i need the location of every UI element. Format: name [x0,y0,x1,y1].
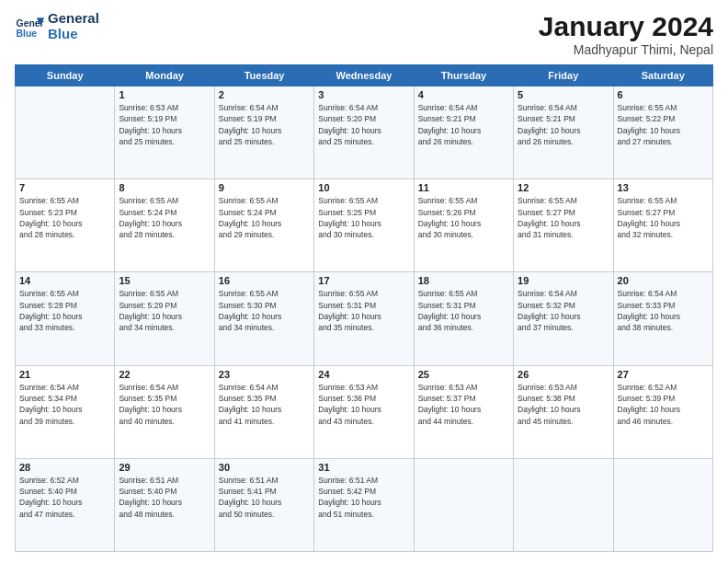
day-info: Sunrise: 6:55 AM Sunset: 5:27 PM Dayligh… [518,195,609,240]
day-cell: 9Sunrise: 6:55 AM Sunset: 5:24 PM Daylig… [214,179,313,272]
day-cell [514,458,613,551]
day-info: Sunrise: 6:55 AM Sunset: 5:22 PM Dayligh… [618,102,709,147]
day-info: Sunrise: 6:53 AM Sunset: 5:36 PM Dayligh… [318,382,409,427]
col-friday: Friday [514,65,613,86]
day-cell [613,458,712,551]
day-number: 16 [219,275,310,286]
day-cell: 26Sunrise: 6:53 AM Sunset: 5:38 PM Dayli… [514,365,613,458]
day-number: 24 [318,369,409,380]
svg-text:Blue: Blue [17,29,38,39]
day-info: Sunrise: 6:55 AM Sunset: 5:29 PM Dayligh… [119,288,210,333]
day-cell: 2Sunrise: 6:54 AM Sunset: 5:19 PM Daylig… [214,86,313,179]
day-cell: 29Sunrise: 6:51 AM Sunset: 5:40 PM Dayli… [115,458,214,551]
day-number: 14 [19,275,110,286]
day-cell: 20Sunrise: 6:54 AM Sunset: 5:33 PM Dayli… [613,272,712,365]
day-info: Sunrise: 6:54 AM Sunset: 5:35 PM Dayligh… [219,382,310,427]
col-thursday: Thursday [414,65,513,86]
day-cell: 14Sunrise: 6:55 AM Sunset: 5:28 PM Dayli… [16,272,115,365]
day-info: Sunrise: 6:52 AM Sunset: 5:40 PM Dayligh… [19,475,110,520]
day-cell: 11Sunrise: 6:55 AM Sunset: 5:26 PM Dayli… [414,179,513,272]
logo: General Blue General Blue [15,11,99,41]
day-info: Sunrise: 6:55 AM Sunset: 5:24 PM Dayligh… [119,195,210,240]
day-info: Sunrise: 6:55 AM Sunset: 5:27 PM Dayligh… [618,195,709,240]
week-row-1: 1Sunrise: 6:53 AM Sunset: 5:19 PM Daylig… [16,86,713,179]
day-cell: 15Sunrise: 6:55 AM Sunset: 5:29 PM Dayli… [115,272,214,365]
day-cell: 23Sunrise: 6:54 AM Sunset: 5:35 PM Dayli… [214,365,313,458]
col-saturday: Saturday [613,65,712,86]
logo-blue: Blue [48,27,99,42]
col-monday: Monday [115,65,214,86]
day-cell: 3Sunrise: 6:54 AM Sunset: 5:20 PM Daylig… [314,86,414,179]
day-number: 11 [418,182,509,193]
day-info: Sunrise: 6:53 AM Sunset: 5:19 PM Dayligh… [119,102,210,147]
day-cell: 25Sunrise: 6:53 AM Sunset: 5:37 PM Dayli… [414,365,513,458]
day-number: 3 [318,89,409,100]
day-number: 13 [618,182,709,193]
day-number: 9 [219,182,310,193]
month-year: January 2024 [539,11,713,42]
day-info: Sunrise: 6:55 AM Sunset: 5:31 PM Dayligh… [418,288,509,333]
day-number: 28 [19,462,110,473]
day-info: Sunrise: 6:51 AM Sunset: 5:41 PM Dayligh… [219,475,310,520]
day-cell: 6Sunrise: 6:55 AM Sunset: 5:22 PM Daylig… [613,86,712,179]
day-cell: 27Sunrise: 6:52 AM Sunset: 5:39 PM Dayli… [613,365,712,458]
day-cell: 13Sunrise: 6:55 AM Sunset: 5:27 PM Dayli… [613,179,712,272]
day-number: 31 [318,462,409,473]
week-row-2: 7Sunrise: 6:55 AM Sunset: 5:23 PM Daylig… [16,179,713,272]
day-cell: 8Sunrise: 6:55 AM Sunset: 5:24 PM Daylig… [115,179,214,272]
day-number: 17 [318,275,409,286]
day-info: Sunrise: 6:54 AM Sunset: 5:32 PM Dayligh… [518,288,609,333]
day-info: Sunrise: 6:54 AM Sunset: 5:33 PM Dayligh… [618,288,709,333]
week-row-3: 14Sunrise: 6:55 AM Sunset: 5:28 PM Dayli… [16,272,713,365]
day-cell: 1Sunrise: 6:53 AM Sunset: 5:19 PM Daylig… [115,86,214,179]
day-number: 1 [119,89,210,100]
day-cell: 28Sunrise: 6:52 AM Sunset: 5:40 PM Dayli… [16,458,115,551]
day-cell: 16Sunrise: 6:55 AM Sunset: 5:30 PM Dayli… [214,272,313,365]
day-cell: 12Sunrise: 6:55 AM Sunset: 5:27 PM Dayli… [514,179,613,272]
day-info: Sunrise: 6:55 AM Sunset: 5:25 PM Dayligh… [318,195,409,240]
day-info: Sunrise: 6:54 AM Sunset: 5:19 PM Dayligh… [219,102,310,147]
day-info: Sunrise: 6:55 AM Sunset: 5:31 PM Dayligh… [318,288,409,333]
day-number: 29 [119,462,210,473]
day-info: Sunrise: 6:54 AM Sunset: 5:35 PM Dayligh… [119,382,210,427]
day-number: 8 [119,182,210,193]
day-info: Sunrise: 6:55 AM Sunset: 5:23 PM Dayligh… [19,195,110,240]
logo-icon: General Blue [15,12,44,41]
day-info: Sunrise: 6:55 AM Sunset: 5:26 PM Dayligh… [418,195,509,240]
day-number: 26 [518,369,609,380]
day-cell: 22Sunrise: 6:54 AM Sunset: 5:35 PM Dayli… [115,365,214,458]
day-info: Sunrise: 6:53 AM Sunset: 5:38 PM Dayligh… [518,382,609,427]
day-number: 7 [19,182,110,193]
day-number: 2 [219,89,310,100]
logo-general: General [48,11,99,27]
day-info: Sunrise: 6:55 AM Sunset: 5:28 PM Dayligh… [19,288,110,333]
col-tuesday: Tuesday [214,65,313,86]
day-cell [414,458,513,551]
day-info: Sunrise: 6:53 AM Sunset: 5:37 PM Dayligh… [418,382,509,427]
day-info: Sunrise: 6:54 AM Sunset: 5:21 PM Dayligh… [418,102,509,147]
day-info: Sunrise: 6:54 AM Sunset: 5:20 PM Dayligh… [318,102,409,147]
day-cell: 5Sunrise: 6:54 AM Sunset: 5:21 PM Daylig… [514,86,613,179]
day-cell: 10Sunrise: 6:55 AM Sunset: 5:25 PM Dayli… [314,179,414,272]
day-number: 15 [119,275,210,286]
header-row: Sunday Monday Tuesday Wednesday Thursday… [16,65,713,86]
day-cell: 19Sunrise: 6:54 AM Sunset: 5:32 PM Dayli… [514,272,613,365]
week-row-4: 21Sunrise: 6:54 AM Sunset: 5:34 PM Dayli… [16,365,713,458]
day-cell: 18Sunrise: 6:55 AM Sunset: 5:31 PM Dayli… [414,272,513,365]
day-number: 10 [318,182,409,193]
day-number: 4 [418,89,509,100]
day-number: 20 [618,275,709,286]
calendar-table: Sunday Monday Tuesday Wednesday Thursday… [15,64,713,552]
day-info: Sunrise: 6:51 AM Sunset: 5:42 PM Dayligh… [318,475,409,520]
col-wednesday: Wednesday [314,65,414,86]
day-cell: 4Sunrise: 6:54 AM Sunset: 5:21 PM Daylig… [414,86,513,179]
day-cell: 7Sunrise: 6:55 AM Sunset: 5:23 PM Daylig… [16,179,115,272]
day-number: 19 [518,275,609,286]
day-info: Sunrise: 6:51 AM Sunset: 5:40 PM Dayligh… [119,475,210,520]
day-number: 21 [19,369,110,380]
day-number: 23 [219,369,310,380]
location: Madhyapur Thimi, Nepal [539,42,713,57]
day-info: Sunrise: 6:52 AM Sunset: 5:39 PM Dayligh… [618,382,709,427]
day-cell: 24Sunrise: 6:53 AM Sunset: 5:36 PM Dayli… [314,365,414,458]
day-info: Sunrise: 6:54 AM Sunset: 5:21 PM Dayligh… [518,102,609,147]
